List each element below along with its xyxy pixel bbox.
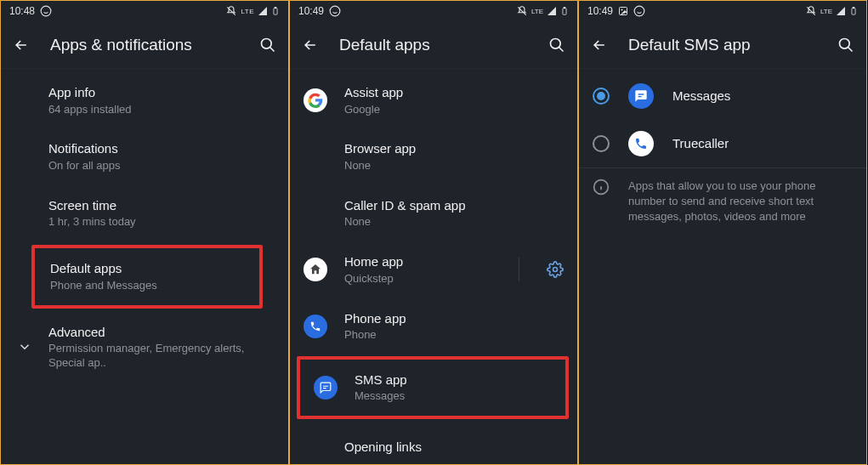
setting-title: Notifications <box>48 140 275 157</box>
battery-icon <box>271 5 280 17</box>
svg-rect-2 <box>275 7 276 8</box>
radio-icon <box>593 88 610 105</box>
setting-sub: Permission manager, Emergency alerts, Sp… <box>48 342 275 371</box>
setting-sub: Quickstep <box>344 272 495 286</box>
status-bar: 10:48 LTE <box>1 1 288 21</box>
svg-rect-5 <box>563 9 566 15</box>
setting-title: Assist app <box>344 84 564 101</box>
mute-icon <box>805 5 817 17</box>
setting-sub: Messages <box>355 389 552 404</box>
setting-sub: Phone and Messages <box>50 279 246 293</box>
option-label: Truecaller <box>672 135 729 152</box>
empty-icon <box>304 201 327 225</box>
setting-sub: 1 hr, 3 mins today <box>48 215 275 230</box>
battery-icon <box>560 5 569 17</box>
svg-point-7 <box>551 38 561 48</box>
back-button[interactable] <box>591 37 608 54</box>
setting-title: Home app <box>344 253 495 270</box>
setting-title: App info <box>48 84 275 101</box>
svg-rect-12 <box>852 9 855 15</box>
picture-icon <box>618 6 628 16</box>
setting-default-apps[interactable]: Default apps Phone and Messages <box>31 245 263 308</box>
messages-icon <box>314 376 338 400</box>
setting-phone-app[interactable]: Phone app Phone <box>290 298 577 354</box>
setting-sub: None <box>344 159 564 173</box>
lte-icon: LTE <box>820 8 832 15</box>
divider <box>519 258 519 281</box>
page-title: Default SMS app <box>628 36 817 54</box>
signal-icon <box>547 6 557 16</box>
svg-point-8 <box>553 268 558 272</box>
svg-point-4 <box>330 6 340 16</box>
status-bar: 10:49 LTE <box>290 1 577 21</box>
status-time: 10:48 <box>9 5 35 17</box>
status-time: 10:49 <box>587 5 613 17</box>
setting-sms-app[interactable]: SMS app Messages <box>297 356 569 419</box>
setting-title: Default apps <box>50 260 246 277</box>
setting-screen-time[interactable]: Screen time 1 hr, 3 mins today <box>1 185 288 241</box>
svg-rect-6 <box>564 7 565 8</box>
setting-sub: None <box>344 215 564 230</box>
radio-option-messages[interactable]: Messages <box>579 72 866 120</box>
whatsapp-icon <box>633 5 645 17</box>
setting-sub: On for all apps <box>48 159 275 173</box>
info-text: Apps that allow you to use your phone nu… <box>628 179 853 225</box>
info-row: Apps that allow you to use your phone nu… <box>579 168 866 235</box>
back-button[interactable] <box>302 37 319 54</box>
setting-sub: 64 apps installed <box>48 103 275 117</box>
setting-caller-id-app[interactable]: Caller ID & spam app None <box>290 185 577 241</box>
setting-title: Caller ID & spam app <box>344 197 564 214</box>
svg-point-11 <box>634 6 644 16</box>
google-icon <box>304 88 327 112</box>
svg-point-14 <box>840 38 850 48</box>
phone-icon <box>304 315 327 338</box>
chevron-down-icon <box>16 338 33 355</box>
radio-option-truecaller[interactable]: Truecaller <box>579 120 866 167</box>
setting-title: Phone app <box>344 310 564 327</box>
setting-opening-links[interactable]: Opening links <box>290 421 577 465</box>
setting-title: Advanced <box>48 324 275 341</box>
home-icon <box>304 258 327 281</box>
gear-icon[interactable] <box>547 261 564 278</box>
lte-icon: LTE <box>531 8 543 15</box>
info-icon <box>593 179 610 196</box>
mute-icon <box>225 5 237 17</box>
setting-notifications[interactable]: Notifications On for all apps <box>1 128 288 184</box>
setting-advanced[interactable]: Advanced Permission manager, Emergency a… <box>1 312 288 383</box>
page-title: Default apps <box>339 36 528 54</box>
screen-default-apps: 10:49 LTE Default apps Assist app Google <box>289 0 578 465</box>
svg-point-3 <box>262 38 272 48</box>
svg-rect-1 <box>274 9 277 15</box>
svg-point-0 <box>41 6 51 16</box>
setting-home-app[interactable]: Home app Quickstep <box>290 241 577 298</box>
mute-icon <box>516 5 528 17</box>
setting-title: Opening links <box>344 439 564 456</box>
setting-sub: Phone <box>344 328 564 343</box>
setting-title: SMS app <box>355 371 552 388</box>
setting-sub: Google <box>344 103 564 117</box>
lte-icon: LTE <box>241 8 254 15</box>
title-bar: Default SMS app <box>579 21 866 69</box>
empty-icon <box>304 434 327 458</box>
status-time: 10:49 <box>298 5 324 17</box>
screen-default-sms-app: 10:49 LTE Default SMS app Messages <box>578 0 867 465</box>
whatsapp-icon <box>329 5 341 17</box>
screen-apps-notifications: 10:48 LTE Apps & notifications App info … <box>0 0 289 465</box>
title-bar: Apps & notifications <box>1 21 288 69</box>
option-label: Messages <box>672 88 730 105</box>
messages-icon <box>628 83 654 109</box>
back-button[interactable] <box>13 37 30 54</box>
search-icon[interactable] <box>548 37 565 54</box>
svg-rect-13 <box>853 7 854 8</box>
whatsapp-icon <box>40 5 52 17</box>
setting-browser-app[interactable]: Browser app None <box>290 128 577 184</box>
setting-assist-app[interactable]: Assist app Google <box>290 72 577 128</box>
signal-icon <box>258 6 268 16</box>
svg-point-10 <box>621 9 623 11</box>
search-icon[interactable] <box>837 37 854 54</box>
search-icon[interactable] <box>259 37 276 54</box>
setting-app-info[interactable]: App info 64 apps installed <box>1 72 288 128</box>
setting-title: Screen time <box>48 197 275 214</box>
page-title: Apps & notifications <box>50 36 239 54</box>
empty-icon <box>304 145 327 169</box>
